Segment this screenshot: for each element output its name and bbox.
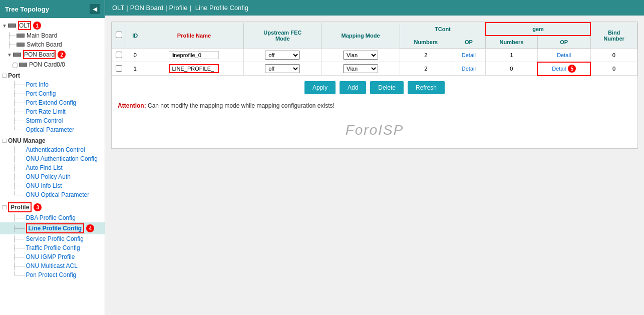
- tree-item-port-rate-limit[interactable]: ├── Port Rate Limit: [0, 107, 105, 116]
- tree-item-dba-profile[interactable]: ├── DBA Profile Config: [0, 213, 105, 222]
- th-tcont-op: OP: [452, 36, 486, 49]
- onu-manage-toggle[interactable]: ☐: [2, 138, 7, 144]
- port-info-link[interactable]: Port Info: [26, 81, 49, 88]
- pon-protect-link[interactable]: Pon Protect Config: [26, 271, 77, 278]
- expand-pon-board[interactable]: ▼: [7, 52, 12, 58]
- tree-item-onu-info-list[interactable]: ├── ONU Info List: [0, 181, 105, 190]
- row-0-profile-name-input[interactable]: [169, 51, 219, 59]
- row-1-id: 1: [126, 62, 144, 76]
- auth-control-link[interactable]: Authentication Control: [26, 146, 85, 153]
- attention-label: Attention:: [118, 102, 146, 109]
- tree-item-olt[interactable]: ▼ OLT 1: [0, 20, 105, 31]
- button-row: Apply Add Delete Refresh: [112, 76, 637, 99]
- row-1-tcont-detail-link[interactable]: Detail: [462, 66, 476, 72]
- tree-item-port-config[interactable]: ├── Port Config: [0, 89, 105, 98]
- port-extend-config-link[interactable]: Port Extend Config: [26, 99, 77, 106]
- storm-control-link[interactable]: Storm Control: [26, 117, 63, 124]
- tree-item-multicast-acl[interactable]: ├── ONU Multicast ACL: [0, 261, 105, 270]
- apply-button[interactable]: Apply: [304, 81, 336, 94]
- olt-label[interactable]: OLT: [18, 21, 31, 30]
- pon-board-label[interactable]: PON Board: [23, 50, 56, 59]
- onu-policy-auth-link[interactable]: ONU Policy Auth: [26, 173, 71, 180]
- service-profile-link[interactable]: Service Profile Config: [26, 235, 84, 242]
- bc-sep3: |: [189, 4, 191, 12]
- tree-item-igmp-profile[interactable]: ├── ONU IGMP Profile: [0, 252, 105, 261]
- tree-item-port-extend-config[interactable]: ├── Port Extend Config: [0, 98, 105, 107]
- tree-item-traffic-profile[interactable]: ├── Traffic Profile Config: [0, 243, 105, 252]
- add-button[interactable]: Add: [340, 81, 366, 94]
- multicast-acl-link[interactable]: ONU Multicast ACL: [26, 262, 78, 269]
- breadcrumb-profile[interactable]: Profile: [169, 4, 188, 12]
- tree-section-profile: ☐ Profile 3: [0, 201, 105, 213]
- row-1-fec-select[interactable]: offon: [265, 64, 300, 73]
- row-0-tcont-detail-link[interactable]: Detail: [462, 52, 476, 58]
- tree-item-onu-policy-auth[interactable]: ├── ONU Policy Auth: [0, 172, 105, 181]
- row-1-tcont-numbers: 2: [400, 62, 452, 76]
- tree-item-line-profile[interactable]: ├── Line Profile Config 4: [0, 222, 105, 234]
- onu-info-list-link[interactable]: ONU Info List: [26, 182, 62, 189]
- row-1-gem-detail-link[interactable]: Detail: [552, 66, 566, 72]
- breadcrumb-olt[interactable]: OLT: [112, 4, 124, 12]
- row-0-mapping-select[interactable]: VlanPortGEM: [343, 51, 378, 60]
- pon-board-icon: [13, 53, 21, 57]
- tree-item-storm-control[interactable]: ├── Storm Control: [0, 116, 105, 125]
- refresh-button[interactable]: Refresh: [408, 81, 445, 94]
- profile-toggle[interactable]: ☐: [2, 204, 7, 211]
- dba-profile-link[interactable]: DBA Profile Config: [26, 214, 76, 221]
- table-row: 0offonVlanPortGEM2Detail1Detail0: [112, 49, 637, 62]
- auto-find-link[interactable]: Auto Find List: [26, 164, 63, 171]
- breadcrumb-pon-board[interactable]: PON Board: [130, 4, 163, 12]
- igmp-profile-link[interactable]: ONU IGMP Profile: [26, 253, 75, 260]
- tree-item-optical-param[interactable]: └── Optical Parameter: [0, 125, 105, 134]
- tree-item-switch-board[interactable]: ├─ Switch Board: [0, 40, 105, 49]
- line-profile-badge: 4: [86, 224, 94, 232]
- row-1-tcont-op[interactable]: Detail: [452, 62, 486, 76]
- tree-item-pon-board[interactable]: ▼ PON Board 2: [0, 49, 105, 60]
- row-0-profile-name[interactable]: [144, 49, 244, 62]
- row-1-checkbox[interactable]: [116, 65, 122, 72]
- delete-button[interactable]: Delete: [370, 81, 404, 94]
- row-0-fec-select[interactable]: offon: [265, 51, 300, 60]
- tree-item-pon-card[interactable]: ◯ PON Card0/0: [0, 60, 105, 69]
- row-0-fec-mode[interactable]: offon: [244, 49, 321, 62]
- tree-item-auth-control[interactable]: ├── Authentication Control: [0, 145, 105, 154]
- row-0-gem-op[interactable]: Detail: [537, 49, 590, 62]
- tree-item-auto-find[interactable]: ├── Auto Find List: [0, 163, 105, 172]
- watermark: ForoISP: [112, 112, 637, 148]
- tree-item-onu-optical-param[interactable]: └── ONU Optical Parameter: [0, 190, 105, 199]
- sidebar: Tree Topology ◀ ▼ OLT 1 ├─ Main Board ├─…: [0, 0, 105, 315]
- row-0-gem-detail-link[interactable]: Detail: [557, 52, 571, 58]
- th-tcont: TCont: [400, 23, 486, 36]
- row-1-gem-op[interactable]: Detail5: [537, 62, 590, 76]
- port-rate-limit-link[interactable]: Port Rate Limit: [26, 108, 66, 115]
- switch-board-icon: [17, 43, 25, 47]
- row-1-profile-name-input[interactable]: [169, 64, 219, 73]
- sidebar-header: Tree Topology ◀: [0, 0, 105, 18]
- traffic-profile-link[interactable]: Traffic Profile Config: [26, 244, 80, 251]
- tree-item-pon-protect[interactable]: └── Pon Protect Config: [0, 270, 105, 279]
- th-select-all[interactable]: [112, 23, 126, 49]
- olt-badge: 1: [33, 22, 41, 30]
- port-config-link[interactable]: Port Config: [26, 90, 56, 97]
- row-0-checkbox[interactable]: [116, 52, 122, 58]
- collapse-button[interactable]: ◀: [90, 4, 100, 14]
- row-0-mapping-mode[interactable]: VlanPortGEM: [321, 49, 400, 62]
- tree-item-onu-auth-config[interactable]: ├── ONU Authentication Config: [0, 154, 105, 163]
- row-1-mapping-mode[interactable]: VlanPortGEM: [321, 62, 400, 76]
- pon-card-toggle[interactable]: ◯: [12, 62, 18, 68]
- port-toggle[interactable]: ☐: [2, 73, 7, 79]
- optical-param-link[interactable]: Optical Parameter: [26, 126, 75, 133]
- line-profile-link[interactable]: Line Profile Config: [26, 225, 85, 232]
- tree-item-service-profile[interactable]: ├── Service Profile Config: [0, 234, 105, 243]
- onu-optical-param-link[interactable]: ONU Optical Parameter: [26, 191, 90, 198]
- onu-auth-config-link[interactable]: ONU Authentication Config: [26, 155, 98, 162]
- expand-olt[interactable]: ▼: [2, 23, 7, 29]
- row-1-fec-mode[interactable]: offon: [244, 62, 321, 76]
- row-1-mapping-select[interactable]: VlanPortGEM: [343, 64, 378, 73]
- tree-item-port-info[interactable]: ├── Port Info: [0, 80, 105, 89]
- select-all-checkbox[interactable]: [116, 32, 122, 38]
- row-1-profile-name[interactable]: [144, 62, 244, 76]
- tree-item-main-board[interactable]: ├─ Main Board: [0, 31, 105, 40]
- row-0-tcont-op[interactable]: Detail: [452, 49, 486, 62]
- line-profile-table: ID Profile Name Upstream FECMode Mapping…: [112, 22, 637, 76]
